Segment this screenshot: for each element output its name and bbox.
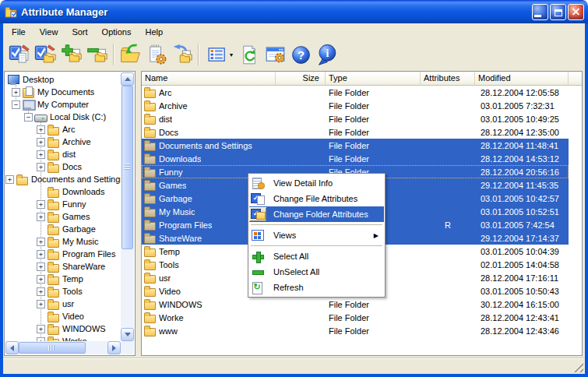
menubar-item[interactable]: View xyxy=(33,25,65,39)
column-header[interactable]: Modified xyxy=(475,72,569,86)
context-menu-item[interactable]: Views ▶ xyxy=(249,227,384,243)
expander-toggle[interactable]: + xyxy=(37,287,45,296)
tree-item[interactable]: + Worke xyxy=(5,335,121,341)
scroll-down-button[interactable] xyxy=(121,328,134,341)
menubar-item[interactable]: Help xyxy=(139,25,171,39)
scroll-track[interactable] xyxy=(86,341,107,354)
tree-item[interactable]: Downloads xyxy=(5,185,121,198)
context-menu-item[interactable]: Select All ▶ xyxy=(249,248,384,264)
select-all-button[interactable] xyxy=(58,42,84,67)
tree-item[interactable]: + Tools xyxy=(5,285,121,298)
tree-item[interactable]: + Documents and Settings xyxy=(5,173,121,185)
table-row[interactable]: Downloads File Folder 28.12.2004 14:53:1… xyxy=(142,152,569,165)
vertical-scroll-thumb[interactable] xyxy=(121,86,133,249)
titlebar[interactable]: Attribute Manager xyxy=(0,0,588,23)
help-button[interactable]: ? xyxy=(288,42,314,67)
scroll-up-button[interactable] xyxy=(121,72,134,86)
tree-item[interactable]: Garbage xyxy=(5,223,121,235)
tree-item[interactable]: + WINDOWS xyxy=(5,322,121,335)
tree-item[interactable]: Desktop xyxy=(5,73,121,86)
resize-grip[interactable] xyxy=(572,361,583,372)
expander-toggle[interactable]: + xyxy=(37,300,45,308)
tree-item[interactable]: + ShareWare xyxy=(5,260,121,273)
tree-item[interactable]: + Archive xyxy=(5,136,121,148)
about-info-button[interactable]: i xyxy=(314,42,340,67)
context-menu-item[interactable]: ▶ xyxy=(249,243,384,248)
scroll-left-button[interactable] xyxy=(5,341,19,354)
expander-toggle[interactable]: + xyxy=(37,138,45,146)
table-row[interactable]: Documents and Settings File Folder 28.12… xyxy=(142,139,569,152)
tree-item[interactable]: Video xyxy=(5,310,121,322)
expander-toggle[interactable]: − xyxy=(12,100,20,109)
expander-toggle[interactable]: + xyxy=(37,275,45,284)
goto-folder-button[interactable] xyxy=(118,42,143,67)
tree-item[interactable]: + usr xyxy=(5,298,121,310)
file-modified: 29.12.2004 17:14:37 xyxy=(475,234,569,243)
expander-toggle[interactable]: + xyxy=(37,250,45,259)
horizontal-scroll-thumb[interactable] xyxy=(19,342,86,354)
tree-horizontal-scrollbar[interactable] xyxy=(5,341,121,354)
change-folder-attributes-button[interactable] xyxy=(33,42,58,67)
change-file-attributes-button[interactable] xyxy=(7,42,33,67)
menubar-item[interactable]: Sort xyxy=(65,25,94,39)
tree-item[interactable]: − My Computer xyxy=(5,98,121,111)
tree-item[interactable]: + Arc xyxy=(5,123,121,136)
scroll-right-button[interactable] xyxy=(107,341,121,354)
file-modified: 03.01.2005 10:50:43 xyxy=(475,287,569,296)
minimize-button[interactable] xyxy=(532,4,548,20)
expander-toggle[interactable]: + xyxy=(37,238,45,246)
table-row[interactable]: Archive File Folder 03.01.2005 7:32:31 xyxy=(142,99,569,112)
menubar-item[interactable]: Options xyxy=(95,25,139,39)
tree-item[interactable]: + My Music xyxy=(5,235,121,248)
expander-toggle[interactable]: + xyxy=(37,163,45,171)
context-menu-item[interactable]: UnSelect All ▶ xyxy=(249,264,384,280)
file-name: dist xyxy=(159,115,172,124)
tree-item[interactable]: − Local Disk (C:) xyxy=(5,111,121,123)
expander-toggle[interactable]: − xyxy=(24,113,33,122)
table-row[interactable]: Worke File Folder 28.12.2004 12:43:41 xyxy=(142,311,569,324)
expander-toggle[interactable]: + xyxy=(37,262,45,271)
column-header[interactable]: Type xyxy=(326,72,421,86)
options-button[interactable] xyxy=(262,42,288,67)
close-button[interactable] xyxy=(568,4,584,20)
expander-toggle[interactable]: + xyxy=(37,200,45,209)
column-header[interactable]: Size xyxy=(276,72,326,86)
context-menu-item[interactable]: View Detail Info ▶ xyxy=(249,175,384,191)
expander-toggle[interactable]: + xyxy=(37,125,45,134)
table-row[interactable]: Docs File Folder 28.12.2004 12:35:00 xyxy=(142,125,569,139)
table-row[interactable]: dist File Folder 03.01.2005 10:49:25 xyxy=(142,112,569,125)
refresh-button[interactable] xyxy=(237,42,262,67)
expander-toggle[interactable]: + xyxy=(5,175,14,184)
expander-toggle[interactable]: + xyxy=(37,325,45,333)
table-row[interactable]: WINDOWS File Folder 30.12.2004 16:15:00 xyxy=(142,298,569,311)
file-name: usr xyxy=(159,273,171,283)
context-menu-item[interactable]: ▶ xyxy=(249,222,384,227)
views-button[interactable]: ▾ xyxy=(202,42,237,67)
tree-item[interactable]: + Games xyxy=(5,210,121,223)
tree-item[interactable]: + Docs xyxy=(5,160,121,173)
column-header[interactable]: Name xyxy=(142,72,276,86)
context-menu-item[interactable]: Change File Attributes ▶ xyxy=(249,191,384,206)
maximize-button[interactable] xyxy=(550,4,566,20)
expander-toggle[interactable]: + xyxy=(37,213,45,221)
menubar-item[interactable]: File xyxy=(5,25,33,39)
context-menu-item[interactable]: Change Folder Attributes ▶ xyxy=(249,206,384,222)
folder-icon xyxy=(143,86,157,98)
expander-toggle[interactable]: + xyxy=(12,88,20,97)
unselect-all-button[interactable] xyxy=(84,42,110,67)
up-folder-button[interactable] xyxy=(169,42,195,67)
tree-item[interactable]: + My Documents xyxy=(5,86,121,98)
tree-item[interactable]: + Temp xyxy=(5,273,121,285)
tree-item-icon xyxy=(47,211,61,223)
tree-indent xyxy=(5,229,47,230)
tree-item[interactable]: + dist xyxy=(5,148,121,160)
tree-vertical-scrollbar[interactable] xyxy=(121,72,134,341)
view-detail-info-button[interactable] xyxy=(143,42,169,67)
expander-toggle[interactable]: + xyxy=(37,150,45,159)
tree-item[interactable]: + Program Files xyxy=(5,248,121,260)
column-header[interactable]: Attributes xyxy=(421,72,475,86)
tree-item[interactable]: + Funny xyxy=(5,198,121,210)
context-menu-item[interactable]: Refresh ▶ xyxy=(249,280,384,295)
table-row[interactable]: Arc File Folder 28.12.2004 12:05:58 xyxy=(142,86,569,99)
table-row[interactable]: www File Folder 28.12.2004 12:43:46 xyxy=(142,324,569,337)
